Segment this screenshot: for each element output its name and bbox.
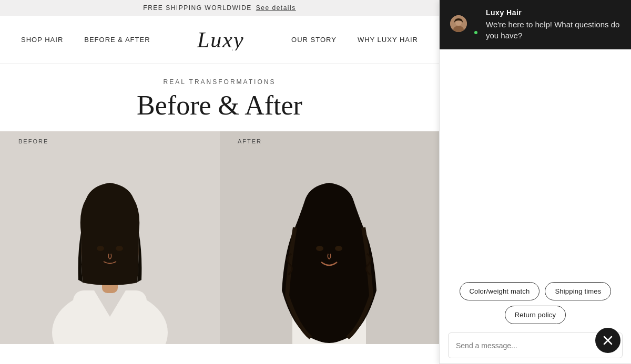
after-person: AFTER [220,131,440,344]
nav-why-luxy[interactable]: WHY LUXY HAIR [358,36,418,44]
chat-widget: Luxy Hair We're here to help! What quest… [439,0,631,364]
chat-body: Color/weight match Shipping times Return… [440,49,631,363]
nav-left: SHOP HAIR BEFORE & AFTER [21,36,150,44]
online-indicator [473,30,479,35]
svg-point-15 [316,246,323,251]
top-banner: FREE SHIPPING WORLDWIDE See details [0,0,439,16]
chat-header-text: Luxy Hair We're here to help! What quest… [486,8,622,41]
svg-point-7 [97,246,104,251]
svg-text:Luxy: Luxy [197,28,245,50]
svg-text:AFTER: AFTER [238,138,262,144]
svg-point-8 [116,246,123,251]
quick-reply-shipping[interactable]: Shipping times [545,282,611,300]
hero-subtitle: REAL TRANSFORMATIONS [0,78,439,86]
after-panel: AFTER [220,131,440,344]
nav-right: OUR STORY WHY LUXY HAIR [291,36,418,44]
nav-our-story[interactable]: OUR STORY [291,36,337,44]
svg-point-16 [335,246,342,251]
quick-reply-color-weight[interactable]: Color/weight match [460,282,540,300]
navigation: SHOP HAIR BEFORE & AFTER Luxy OUR STORY … [0,16,439,64]
banner-text: FREE SHIPPING WORLDWIDE [143,4,252,12]
quick-reply-return[interactable]: Return policy [505,306,566,324]
main-content: FREE SHIPPING WORLDWIDE See details SHOP… [0,0,439,364]
avatar-1 [449,14,468,33]
hero-title: Before & After [0,90,439,121]
banner-link[interactable]: See details [256,4,296,12]
before-panel: BEFORE [0,131,220,344]
chat-avatars [449,14,479,35]
chat-brand-name: Luxy Hair [486,8,622,17]
chat-message-input[interactable] [456,341,598,350]
before-after-container: BEFORE [0,131,439,344]
quick-replies-container: Color/weight match Shipping times Return… [448,282,623,324]
svg-text:BEFORE: BEFORE [18,138,48,144]
chat-greeting: We're here to help! What questions do yo… [486,19,622,41]
before-person: BEFORE [0,131,220,344]
nav-shop-hair[interactable]: SHOP HAIR [21,36,63,44]
logo[interactable]: Luxy [195,25,247,54]
chat-header: Luxy Hair We're here to help! What quest… [440,0,631,49]
hero-section: REAL TRANSFORMATIONS Before & After [0,64,439,131]
close-chat-button[interactable] [595,328,620,353]
nav-before-after[interactable]: BEFORE & AFTER [84,36,150,44]
